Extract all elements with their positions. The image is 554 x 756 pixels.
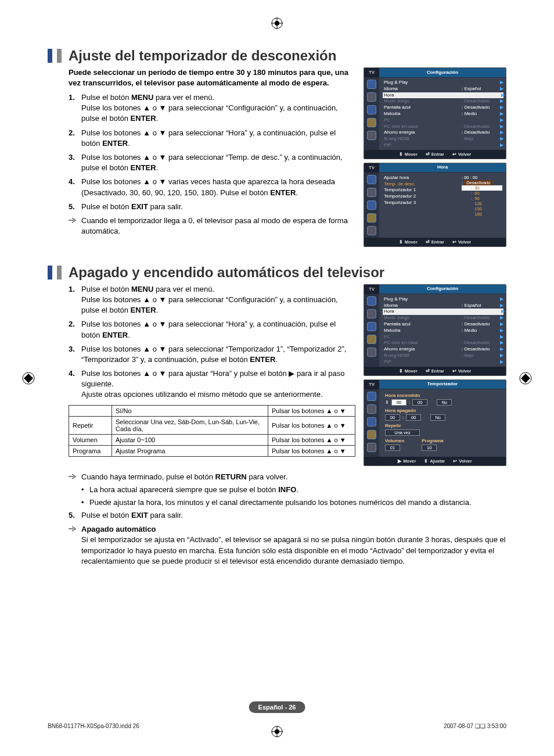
section1-header: Ajuste del temporizador de desconexión bbox=[48, 48, 506, 64]
auto-off-note: Apagado automático Si el temporizador se… bbox=[69, 524, 506, 567]
section2-bullets: La hora actual aparecerá siempre que se … bbox=[81, 485, 506, 508]
section1-note: Cuando el temporizador llega a 0, el tel… bbox=[69, 216, 355, 237]
osd-configuracion-2: TVConfiguración Plug & Play▶ Idioma: Esp… bbox=[364, 284, 506, 376]
svg-marker-9 bbox=[24, 374, 33, 383]
svg-point-3 bbox=[275, 21, 279, 26]
section1-title: Ajuste del temporizador de desconexión bbox=[69, 48, 336, 64]
section2-steps: 1.Pulse el botón MENU para ver el menú.P… bbox=[69, 284, 355, 400]
section2-header: Apagado y encendido automáticos del tele… bbox=[48, 264, 506, 281]
osd-icon bbox=[367, 80, 376, 89]
osd-configuracion-1: TVConfiguración Plug & Play▶ Idioma: Esp… bbox=[364, 67, 506, 159]
crop-diamond-right-icon bbox=[519, 372, 532, 385]
print-footer: BN68-01177H-X0Spa-0730.indd 26 2007-08-0… bbox=[48, 723, 506, 729]
osd-icon bbox=[367, 105, 376, 114]
crop-diamond-left-icon bbox=[22, 372, 35, 385]
osd-icon bbox=[367, 92, 376, 102]
osd-hora: TVHora Ajustar hora Temp. de desc. Tempo… bbox=[364, 163, 506, 247]
options-table: Sí/NoPulsar los botones ▲ o ▼ RepetirSel… bbox=[69, 405, 355, 457]
section1-intro: Puede seleccionar un período de tiempo e… bbox=[69, 67, 355, 88]
page-number-badge: Español - 26 bbox=[249, 701, 305, 713]
section2-title: Apagado y encendido automáticos del tele… bbox=[69, 264, 384, 281]
osd-icon bbox=[367, 131, 376, 140]
section2-note1: Cuando haya terminado, pulse el botón RE… bbox=[69, 472, 506, 482]
osd-icon bbox=[367, 118, 376, 127]
crop-mark-top-icon bbox=[271, 17, 283, 29]
section1-steps: 1.Pulse el botón MENU para ver el menú.P… bbox=[69, 92, 355, 212]
svg-point-7 bbox=[275, 729, 279, 734]
osd-temporizador: TVTemporizador Hora encendido ⇕ 00: 00 N… bbox=[364, 379, 506, 466]
svg-marker-11 bbox=[521, 374, 530, 383]
